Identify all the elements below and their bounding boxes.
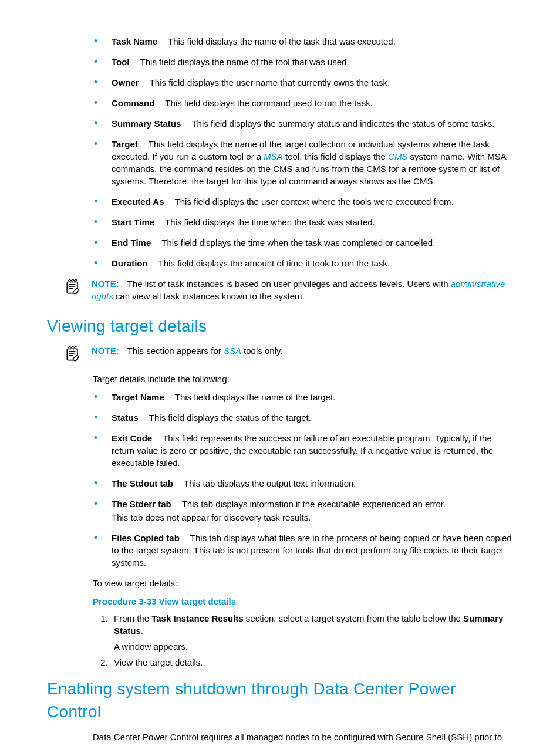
list-item: Target NameThis field displays the name …	[94, 391, 513, 403]
text: can view all task instances known to the…	[113, 291, 305, 301]
field-text: This field displays the time when the ta…	[165, 217, 375, 227]
note-label: NOTE:	[92, 346, 119, 356]
field-text: This field displays the time when the ta…	[161, 238, 435, 248]
note-ssa: NOTE:This section appears for SSA tools …	[65, 345, 513, 366]
note-text: NOTE:The list of task instances is based…	[92, 278, 513, 302]
text: This section appears for	[127, 346, 224, 356]
list-item-target: TargetThis field displays the name of th…	[94, 138, 513, 187]
field-label: Command	[112, 98, 154, 108]
field-label: Status	[112, 413, 139, 423]
field-label: Start Time	[112, 217, 154, 227]
list-item: Executed AsThis field displays the user …	[94, 195, 513, 208]
list-item: The Stdout tabThis tab displays the outp…	[94, 477, 513, 490]
text: tools only.	[241, 346, 283, 356]
list-item: Task NameThis field displays the name of…	[94, 35, 513, 48]
para-to-view: To view target details:	[93, 577, 513, 589]
heading-viewing-target-details: Viewing target details	[47, 315, 513, 337]
text: .	[141, 626, 143, 636]
field-text: This field displays the summary status a…	[191, 119, 494, 129]
step-sub: A window appears.	[114, 640, 513, 653]
field-label: Exit Code	[112, 433, 152, 443]
msa-link[interactable]: MSA	[264, 151, 283, 161]
text: tool, this field displays the	[283, 151, 388, 161]
field-label: End Time	[112, 238, 151, 248]
note-label: NOTE:	[92, 279, 119, 289]
task-fields-list: Task NameThis field displays the name of…	[47, 35, 513, 269]
list-item: OwnerThis field displays the user name t…	[94, 76, 513, 89]
field-text: This tab displays information if the exe…	[182, 499, 446, 509]
field-label: Target	[112, 139, 138, 149]
field-label: The Stdout tab	[112, 478, 173, 488]
field-text: This field displays the amount of time i…	[158, 258, 390, 268]
field-text: This field represents the success or fai…	[112, 433, 493, 468]
step-2: View the target details.	[110, 656, 513, 669]
procedure-title: Procedure 3-33 View target details	[93, 595, 513, 607]
sub-text: This tab does not appear for discovery t…	[112, 511, 513, 524]
list-item: Summary StatusThis field displays the su…	[94, 117, 513, 130]
field-text: This field displays the name of the targ…	[175, 392, 335, 402]
field-label: Executed As	[112, 197, 164, 207]
text: section, select a target system from the…	[244, 613, 463, 623]
field-label: Tool	[112, 57, 130, 67]
note-icon	[65, 346, 81, 362]
text: From the	[114, 613, 151, 623]
field-text: This field displays the name of the task…	[168, 36, 396, 46]
note-icon	[65, 279, 81, 295]
list-item: End TimeThis field displays the time whe…	[94, 237, 513, 249]
procedure-steps: From the Task Instance Results section, …	[93, 612, 513, 669]
field-text: This field displays the command used to …	[165, 98, 373, 108]
intro-target-details: Target details include the following:	[93, 373, 513, 385]
list-item-files: Files Copied tabThis tab displays what f…	[94, 532, 513, 569]
bold-text: Task Instance Results	[151, 613, 243, 623]
field-text: This field displays the status of the ta…	[149, 413, 311, 423]
field-label: Task Name	[112, 36, 157, 46]
field-label: Summary Status	[112, 119, 181, 129]
field-label: Files Copied tab	[112, 533, 180, 543]
field-text: This field displays the user name that c…	[150, 77, 390, 87]
heading-enabling-shutdown: Enabling system shutdown through Data Ce…	[47, 677, 513, 723]
list-item: Exit CodeThis field represents the succe…	[94, 432, 513, 469]
list-item: DurationThis field displays the amount o…	[94, 257, 513, 269]
field-text: This field displays the name of the tool…	[140, 57, 349, 67]
field-label: Duration	[112, 258, 148, 268]
ssa-link[interactable]: SSA	[224, 346, 241, 356]
cms-link[interactable]: CMS	[388, 151, 407, 161]
target-details-list: Target NameThis field displays the name …	[47, 391, 513, 569]
list-item: ToolThis field displays the name of the …	[94, 56, 513, 68]
list-item: Start TimeThis field displays the time w…	[94, 216, 513, 228]
note-privileges: NOTE:The list of task instances is based…	[65, 278, 513, 306]
step-1: From the Task Instance Results section, …	[110, 612, 513, 653]
note-text: NOTE:This section appears for SSA tools …	[92, 345, 513, 357]
field-text: This field displays the user context whe…	[174, 197, 453, 207]
list-item: CommandThis field displays the command u…	[94, 97, 513, 109]
list-item-stderr: The Stderr tabThis tab displays informat…	[94, 498, 513, 524]
field-label: The Stderr tab	[112, 499, 171, 509]
field-label: Target Name	[112, 392, 164, 402]
field-label: Owner	[112, 77, 139, 87]
list-item: StatusThis field displays the status of …	[94, 411, 513, 424]
para-dcpc-1: Data Center Power Control requires all m…	[93, 731, 513, 746]
field-text: This tab displays the output text inform…	[184, 478, 356, 488]
text: The list of task instances is based on u…	[127, 279, 451, 289]
